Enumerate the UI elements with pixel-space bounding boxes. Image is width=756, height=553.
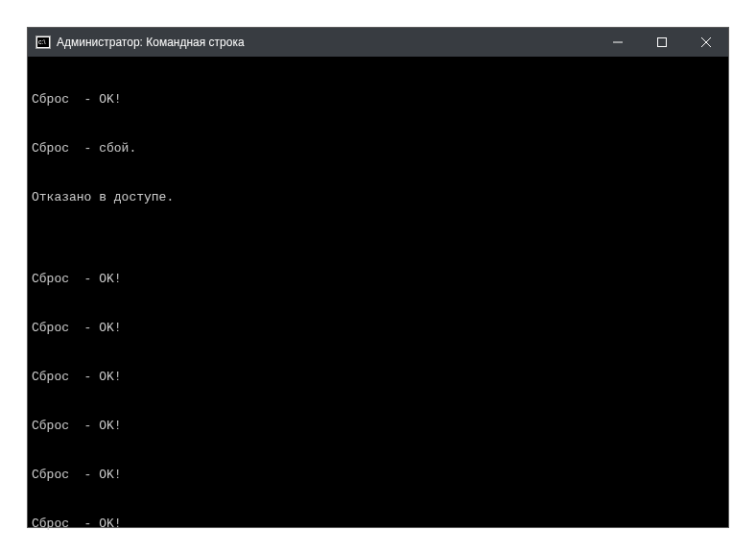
output-line: Сброс - OK! xyxy=(32,516,724,532)
minimize-button[interactable] xyxy=(596,28,640,57)
terminal-body[interactable]: Сброс - OK! Сброс - сбой. Отказано в дос… xyxy=(28,57,728,553)
svg-rect-1 xyxy=(658,38,667,47)
cmd-icon: c:\ xyxy=(35,36,51,49)
output-line: Сброс - OK! xyxy=(32,91,724,108)
output-line: Сброс - OK! xyxy=(32,369,724,385)
close-button[interactable] xyxy=(684,28,728,57)
output-line: Отказано в доступе. xyxy=(32,189,724,205)
output-line: Сброс - OK! xyxy=(32,271,724,287)
titlebar-buttons xyxy=(596,28,728,57)
titlebar-left: c:\ Администратор: Командная строка xyxy=(28,36,245,49)
window-title: Администратор: Командная строка xyxy=(57,36,245,49)
command-prompt-window: c:\ Администратор: Командная строка Сбро… xyxy=(27,27,729,528)
output-line: Сброс - сбой. xyxy=(32,140,724,156)
maximize-button[interactable] xyxy=(640,28,684,57)
titlebar[interactable]: c:\ Администратор: Командная строка xyxy=(28,28,728,57)
output-line: Сброс - OK! xyxy=(32,467,724,483)
output-line: Сброс - OK! xyxy=(32,418,724,434)
output-line: Сброс - OK! xyxy=(32,320,724,336)
